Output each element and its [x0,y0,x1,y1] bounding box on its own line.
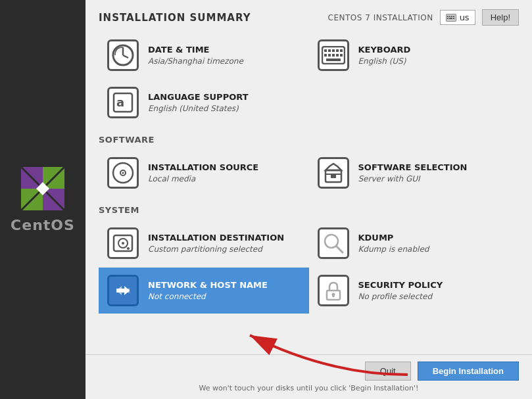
network-hostname-item[interactable]: NETWORK & HOST NAME Not connected [99,268,309,314]
kdump-item[interactable]: KDUMP Kdump is enabled [309,220,520,266]
keyboard-icon-box [318,39,349,71]
footer-note: We won't touch your disks until you clic… [99,384,519,392]
centos-install-label: CENTOS 7 INSTALLATION [328,13,433,22]
language-support-text: LANGUAGE SUPPORT English (United States) [148,92,301,113]
language-support-subtitle: English (United States) [148,104,301,113]
quit-button[interactable]: Quit [365,362,411,381]
keyboard-icon [322,46,345,64]
svg-rect-20 [324,49,327,52]
lock-icon [322,279,345,302]
search-icon [322,231,345,255]
network-icon [111,279,135,302]
keyboard-small-icon [446,14,456,22]
kdump-text: KDUMP Kdump is enabled [358,233,511,254]
svg-rect-15 [453,18,454,19]
svg-rect-14 [449,18,452,19]
svg-point-35 [122,172,124,174]
svg-rect-21 [328,49,331,52]
svg-line-18 [123,55,128,58]
software-selection-subtitle: Server with GUI [358,174,511,183]
network-hostname-subtitle: Not connected [148,292,301,301]
disc-icon [111,161,135,185]
software-selection-title: SOFTWARE SELECTION [358,162,511,172]
header: INSTALLATION SUMMARY CENTOS 7 INSTALLATI… [85,0,532,32]
date-time-title: DATE & TIME [148,45,301,55]
main-content: INSTALLATION SUMMARY CENTOS 7 INSTALLATI… [85,0,532,399]
package-icon [322,161,345,185]
svg-line-43 [336,246,343,252]
svg-rect-13 [447,18,448,19]
svg-rect-10 [449,16,450,17]
localization-row-1: DATE & TIME Asia/Shanghai timezone [99,32,519,78]
clock-icon [111,43,135,67]
svg-rect-22 [332,49,335,52]
keyboard-item[interactable]: KEYBOARD English (US) [309,32,520,78]
date-time-subtitle: Asia/Shanghai timezone [148,57,301,66]
kdump-title: KDUMP [358,233,511,243]
begin-installation-button[interactable]: Begin Installation [418,362,519,381]
installation-source-item[interactable]: INSTALLATION SOURCE Local media [99,150,309,196]
keyboard-subtitle: English (US) [358,57,511,66]
scroll-content: DATE & TIME Asia/Shanghai timezone [85,32,532,354]
software-selection-icon [318,157,349,189]
software-row-1: INSTALLATION SOURCE Local media [99,150,519,196]
network-hostname-text: NETWORK & HOST NAME Not connected [148,280,301,301]
installation-source-subtitle: Local media [148,174,301,183]
sidebar: CentOS [0,0,85,399]
svg-rect-12 [453,16,454,17]
footer: Quit Begin Installation We won't touch y… [85,354,532,399]
date-time-item[interactable]: DATE & TIME Asia/Shanghai timezone [99,32,309,78]
keyboard-text: KEYBOARD English (US) [358,45,511,66]
security-policy-item[interactable]: SECURITY POLICY No profile selected [309,268,520,314]
language-support-item[interactable]: a LANGUAGE SUPPORT English (United State… [99,80,309,126]
svg-rect-9 [447,16,448,17]
installation-source-icon [107,157,139,189]
installation-destination-title: INSTALLATION DESTINATION [148,233,301,243]
software-selection-item[interactable]: SOFTWARE SELECTION Server with GUI [309,150,520,196]
centos-logo-icon [20,166,66,212]
installation-destination-icon [107,227,139,259]
network-hostname-icon [107,275,139,306]
language-support-icon: a [107,87,139,118]
svg-point-41 [127,247,130,250]
svg-rect-24 [340,49,343,52]
installation-destination-text: INSTALLATION DESTINATION Custom partitio… [148,233,301,254]
svg-rect-30 [326,59,341,61]
system-row-2: NETWORK & HOST NAME Not connected [99,268,519,314]
svg-rect-23 [336,49,339,52]
language-support-title: LANGUAGE SUPPORT [148,92,301,102]
svg-rect-28 [336,54,339,57]
footer-buttons: Quit Begin Installation [99,362,519,381]
security-policy-subtitle: No profile selected [358,292,511,301]
kdump-subtitle: Kdump is enabled [358,245,511,254]
header-right: CENTOS 7 INSTALLATION us Help! [328,9,519,26]
svg-rect-27 [332,54,335,57]
localization-row-2: a LANGUAGE SUPPORT English (United State… [99,80,519,126]
svg-point-40 [122,242,124,245]
lang-value: us [460,12,470,22]
installation-destination-item[interactable]: INSTALLATION DESTINATION Custom partitio… [99,220,309,266]
keyboard-title: KEYBOARD [358,45,511,55]
help-button[interactable]: Help! [482,9,519,26]
kdump-icon [318,227,349,259]
centos-label: CentOS [11,217,75,233]
svg-rect-49 [332,294,334,297]
svg-rect-25 [324,54,327,57]
svg-rect-37 [331,174,336,178]
date-time-icon [107,39,139,71]
language-selector[interactable]: us [440,10,475,25]
svg-rect-11 [451,16,452,17]
software-section-label: SOFTWARE [99,135,519,145]
centos-logo: CentOS [11,166,75,233]
installation-source-text: INSTALLATION SOURCE Local media [148,162,301,183]
software-selection-text: SOFTWARE SELECTION Server with GUI [358,162,511,183]
installation-destination-subtitle: Custom partitioning selected [148,245,301,254]
installation-source-title: INSTALLATION SOURCE [148,162,301,172]
security-policy-icon [318,275,349,306]
svg-rect-29 [340,54,343,57]
svg-text:a: a [116,95,124,109]
security-policy-title: SECURITY POLICY [358,280,511,290]
drive-icon [111,231,135,255]
system-row-1: INSTALLATION DESTINATION Custom partitio… [99,220,519,266]
network-hostname-title: NETWORK & HOST NAME [148,280,301,290]
